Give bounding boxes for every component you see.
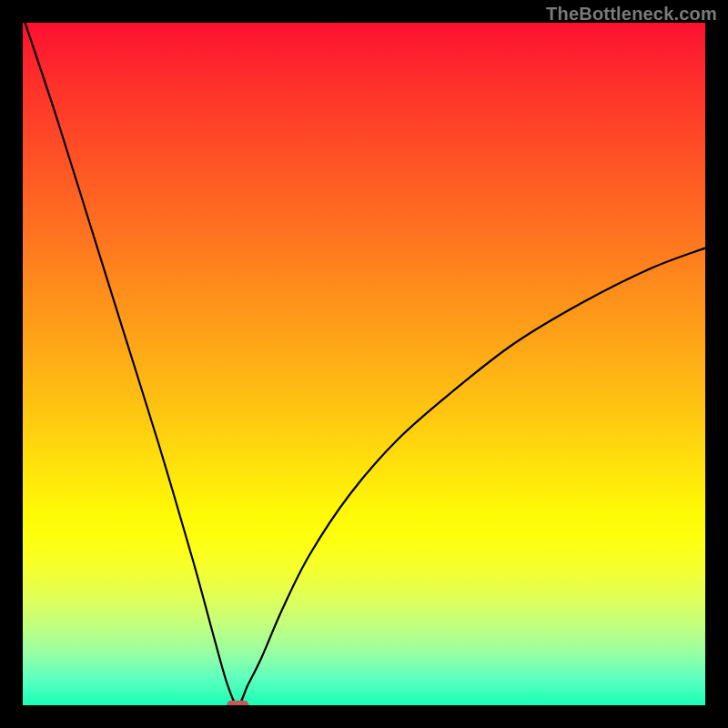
plot-area (23, 23, 705, 705)
optimum-marker (227, 701, 248, 705)
chart-container: TheBottleneck.com (0, 0, 728, 728)
marker-layer (23, 23, 705, 705)
watermark-text: TheBottleneck.com (546, 4, 717, 25)
